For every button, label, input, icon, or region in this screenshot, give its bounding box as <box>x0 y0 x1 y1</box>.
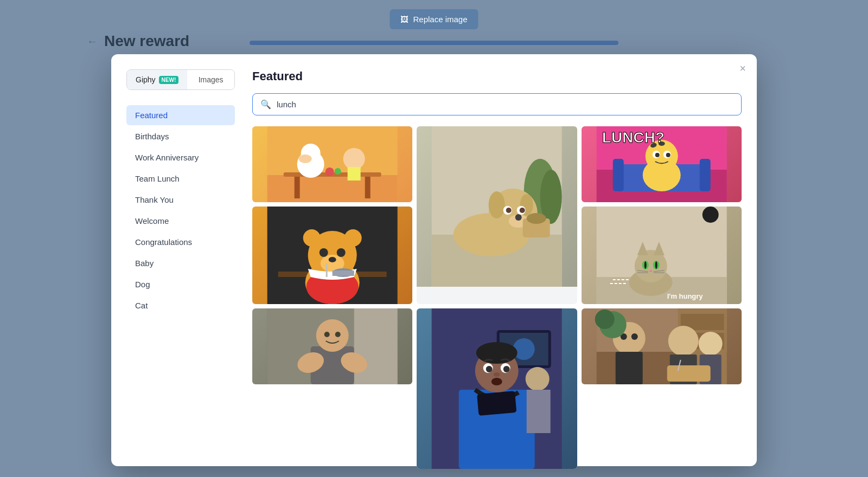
svg-point-91 <box>476 342 518 364</box>
svg-point-96 <box>494 372 500 377</box>
svg-point-11 <box>335 168 341 175</box>
svg-point-39 <box>655 153 659 157</box>
main-content: Featured 🔍 <box>252 69 742 469</box>
svg-rect-89 <box>477 391 516 416</box>
page-title: New reward <box>104 33 189 50</box>
svg-point-40 <box>666 153 670 157</box>
new-badge: NEW! <box>159 76 179 84</box>
svg-point-50 <box>329 257 336 262</box>
sidebar-item-dog[interactable]: Dog <box>126 274 235 294</box>
tab-switcher: Giphy NEW! Images <box>126 69 235 90</box>
svg-point-7 <box>299 154 312 163</box>
sidebar-item-featured[interactable]: Featured <box>126 105 235 125</box>
svg-point-18 <box>489 191 505 218</box>
svg-point-10 <box>326 167 334 176</box>
svg-point-25 <box>520 208 525 213</box>
svg-point-87 <box>513 338 535 360</box>
svg-point-52 <box>337 248 346 257</box>
blue-bar <box>250 41 618 45</box>
svg-point-65 <box>655 261 657 269</box>
svg-point-95 <box>503 366 510 372</box>
svg-point-64 <box>644 261 646 269</box>
svg-point-8 <box>343 148 365 170</box>
svg-point-74 <box>702 207 718 223</box>
gif-item-snoopy[interactable] <box>252 126 412 202</box>
gif-item-dog[interactable] <box>417 126 577 304</box>
svg-rect-112 <box>615 352 642 384</box>
sidebar-item-cat[interactable]: Cat <box>126 295 235 315</box>
section-title: Featured <box>252 69 742 83</box>
svg-rect-4 <box>365 177 371 198</box>
gif-item-office-man[interactable] <box>417 308 577 469</box>
svg-point-21 <box>515 214 522 221</box>
back-arrow-icon[interactable]: ← <box>87 35 98 48</box>
replace-image-button[interactable]: 🖼 Replace image <box>390 9 478 29</box>
svg-point-97 <box>492 378 502 385</box>
gif-item-cat[interactable]: I'm hungry <box>582 207 742 304</box>
search-icon: 🔍 <box>260 99 271 109</box>
svg-point-82 <box>324 332 330 337</box>
svg-point-107 <box>698 332 722 356</box>
replace-image-icon: 🖼 <box>400 15 409 24</box>
search-bar: 🔍 <box>252 93 742 115</box>
svg-point-94 <box>486 366 493 372</box>
sidebar-item-work-anniversary[interactable]: Work Anniversary <box>126 147 235 167</box>
svg-point-79 <box>316 319 349 352</box>
gif-item-pooh[interactable] <box>252 207 412 304</box>
svg-rect-55 <box>326 263 328 277</box>
sidebar-item-welcome[interactable]: Welcome <box>126 211 235 231</box>
tab-giphy[interactable]: Giphy NEW! <box>127 70 187 89</box>
svg-rect-99 <box>527 390 551 433</box>
svg-text:I'm hungry: I'm hungry <box>667 292 703 300</box>
gif-item-hands[interactable] <box>252 308 412 384</box>
svg-rect-3 <box>295 177 300 198</box>
svg-rect-32 <box>699 159 710 191</box>
gif-item-simpsons[interactable]: LUNCH? <box>582 126 742 202</box>
sidebar: Giphy NEW! Images Featured Birthdays Wor… <box>126 69 235 469</box>
svg-point-83 <box>335 332 341 337</box>
sidebar-item-birthdays[interactable]: Birthdays <box>126 126 235 146</box>
svg-rect-1 <box>267 175 398 202</box>
svg-rect-109 <box>667 365 710 382</box>
close-button[interactable]: × <box>739 63 746 74</box>
svg-rect-9 <box>348 167 361 181</box>
svg-rect-54 <box>333 270 354 276</box>
svg-point-98 <box>526 367 550 391</box>
svg-point-116 <box>595 310 614 329</box>
svg-rect-31 <box>612 159 623 191</box>
svg-rect-77 <box>354 308 398 384</box>
svg-point-48 <box>344 229 362 247</box>
tab-images[interactable]: Images <box>187 70 234 89</box>
svg-point-51 <box>320 248 328 257</box>
gif-item-eating[interactable] <box>582 308 742 384</box>
sidebar-item-thank-you[interactable]: Thank You <box>126 190 235 210</box>
svg-point-24 <box>506 208 512 213</box>
sidebar-item-team-lunch[interactable]: Team Lunch <box>126 169 235 189</box>
modal: × Giphy NEW! Images Featured Birthdays <box>111 54 757 466</box>
search-input[interactable] <box>277 100 733 109</box>
svg-point-114 <box>631 333 637 340</box>
svg-point-105 <box>668 326 698 356</box>
gif-grid: LUNCH? <box>252 126 742 469</box>
svg-point-47 <box>303 229 321 247</box>
sidebar-item-baby[interactable]: Baby <box>126 253 235 273</box>
svg-text:LUNCH?: LUNCH? <box>602 129 664 146</box>
sidebar-item-congratulations[interactable]: Congratulations <box>126 232 235 252</box>
svg-point-27 <box>527 213 546 224</box>
